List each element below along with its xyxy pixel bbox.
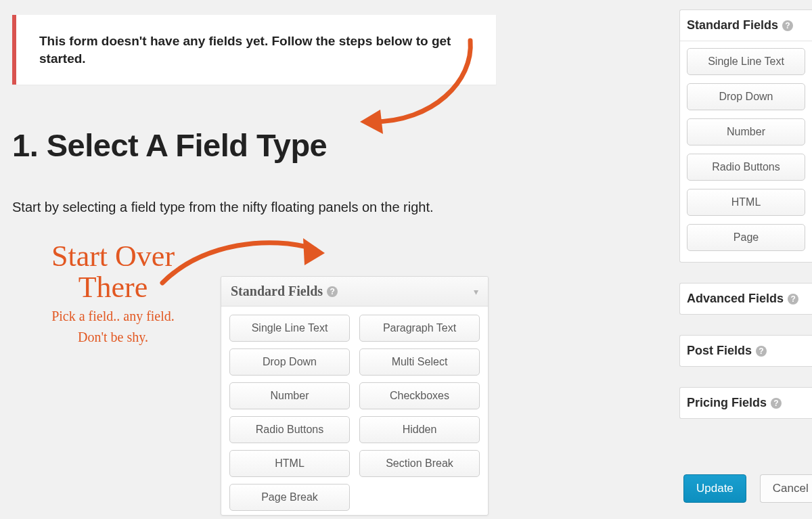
field-paragraph-text-button[interactable]: Paragraph Text bbox=[359, 315, 480, 342]
sidebar-pricing-fields-header[interactable]: Pricing Fields ? bbox=[680, 388, 812, 418]
handwritten-annotation: Start Over There Pick a field.. any fiel… bbox=[22, 241, 204, 345]
field-hidden-button[interactable]: Hidden bbox=[359, 416, 480, 443]
example-panel-title: Standard Fields bbox=[231, 284, 323, 299]
fields-sidebar: Standard Fields ? Single Line Text Drop … bbox=[679, 0, 812, 519]
field-checkboxes-button[interactable]: Checkboxes bbox=[359, 382, 480, 409]
chevron-down-icon[interactable]: ▾ bbox=[474, 286, 478, 297]
help-icon[interactable]: ? bbox=[327, 286, 338, 297]
sidebar-field-drop-down-button[interactable]: Drop Down bbox=[687, 83, 805, 110]
sidebar-post-fields-title: Post Fields bbox=[687, 344, 752, 358]
sidebar-post-fields-panel: Post Fields ? bbox=[679, 335, 812, 367]
annotation-sub2: Don't be shy. bbox=[22, 330, 204, 345]
annotation-line2: There bbox=[22, 272, 204, 303]
sidebar-post-fields-header[interactable]: Post Fields ? bbox=[680, 336, 812, 366]
notice-text: This form doesn't have any fields yet. F… bbox=[39, 32, 473, 67]
sidebar-advanced-fields-header[interactable]: Advanced Fields ? bbox=[680, 284, 812, 314]
annotation-sub1: Pick a field.. any field. bbox=[22, 309, 204, 324]
help-icon[interactable]: ? bbox=[788, 294, 798, 304]
step-heading: 1. Select A Field Type bbox=[12, 127, 656, 164]
field-page-break-button[interactable]: Page Break bbox=[229, 484, 350, 511]
field-single-line-text-button[interactable]: Single Line Text bbox=[229, 315, 350, 342]
sidebar-field-page-button[interactable]: Page bbox=[687, 224, 805, 251]
example-panel-body: Single Line Text Paragraph Text Drop Dow… bbox=[221, 307, 488, 515]
example-fields-panel: Standard Fields ? ▾ Single Line Text Par… bbox=[221, 276, 489, 516]
cancel-button[interactable]: Cancel bbox=[760, 474, 812, 503]
field-html-button[interactable]: HTML bbox=[229, 450, 350, 477]
field-multi-select-button[interactable]: Multi Select bbox=[359, 348, 480, 376]
sidebar-field-number-button[interactable]: Number bbox=[687, 118, 805, 145]
update-button[interactable]: Update bbox=[683, 474, 746, 503]
sidebar-standard-fields-body: Single Line Text Drop Down Number Radio … bbox=[680, 41, 812, 262]
sidebar-field-single-line-text-button[interactable]: Single Line Text bbox=[687, 48, 805, 75]
empty-form-notice: This form doesn't have any fields yet. F… bbox=[12, 15, 496, 85]
help-icon[interactable]: ? bbox=[756, 346, 767, 357]
field-section-break-button[interactable]: Section Break bbox=[359, 450, 480, 477]
field-drop-down-button[interactable]: Drop Down bbox=[229, 348, 350, 376]
sidebar-pricing-fields-title: Pricing Fields bbox=[687, 396, 767, 410]
sidebar-standard-fields-header[interactable]: Standard Fields ? bbox=[680, 10, 812, 41]
sidebar-advanced-fields-title: Advanced Fields bbox=[687, 292, 784, 306]
example-panel-header[interactable]: Standard Fields ? ▾ bbox=[221, 277, 488, 307]
help-icon[interactable]: ? bbox=[771, 398, 782, 409]
step-description: Start by selecting a field type from the… bbox=[12, 198, 656, 217]
svg-marker-1 bbox=[303, 238, 325, 265]
sidebar-advanced-fields-panel: Advanced Fields ? bbox=[679, 283, 812, 315]
annotation-line1: Start Over bbox=[22, 241, 204, 272]
main-content: This form doesn't have any fields yet. F… bbox=[0, 0, 677, 519]
sidebar-field-html-button[interactable]: HTML bbox=[687, 189, 805, 216]
sidebar-pricing-fields-panel: Pricing Fields ? bbox=[679, 387, 812, 419]
help-icon[interactable]: ? bbox=[782, 20, 793, 31]
sidebar-standard-fields-panel: Standard Fields ? Single Line Text Drop … bbox=[679, 9, 812, 263]
sidebar-field-radio-buttons-button[interactable]: Radio Buttons bbox=[687, 154, 805, 181]
example-panel-title-wrap: Standard Fields ? bbox=[231, 284, 338, 299]
sidebar-standard-fields-title: Standard Fields bbox=[687, 18, 778, 32]
form-actions: Update Cancel bbox=[679, 474, 812, 503]
field-radio-buttons-button[interactable]: Radio Buttons bbox=[229, 416, 350, 443]
field-number-button[interactable]: Number bbox=[229, 382, 350, 409]
